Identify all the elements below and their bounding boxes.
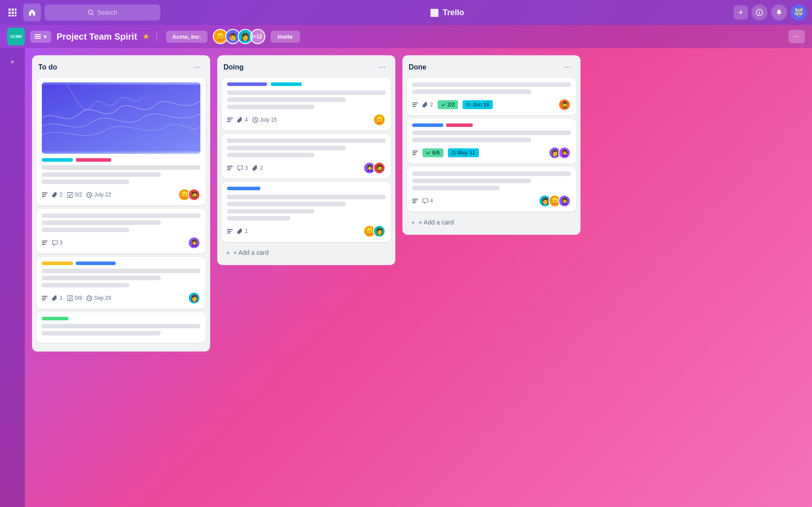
card-text-line — [42, 276, 161, 280]
attachments-count: 2 — [60, 192, 63, 198]
card-text-line — [227, 209, 314, 213]
card-tags — [42, 317, 200, 320]
top-nav: Search ▦ Trello + i 🐺 — [0, 0, 812, 25]
card-member-avatars: 👩 👩‍🦱 — [548, 147, 571, 159]
svg-rect-37 — [227, 229, 233, 230]
description-icon — [42, 192, 48, 198]
add-button[interactable]: + — [734, 5, 748, 20]
description-icon — [42, 295, 48, 301]
board-star-button[interactable]: ★ — [142, 32, 150, 41]
member-avatar: 🧔‍♂️ — [558, 98, 571, 111]
column-doing-header: Doing ··· — [222, 61, 391, 74]
svg-rect-25 — [42, 296, 48, 297]
comments-meta: 3 — [52, 240, 63, 246]
attachments-meta: 2 — [252, 165, 263, 171]
doing-add-card-button[interactable]: + + Add a card — [222, 245, 391, 260]
grid-icon[interactable] — [5, 5, 20, 20]
card-text-line — [42, 180, 129, 184]
card-text-line — [42, 269, 200, 273]
svg-rect-49 — [412, 200, 417, 201]
attachments-meta: 1 — [52, 295, 63, 301]
svg-rect-28 — [67, 296, 73, 301]
todo-card-2[interactable]: 3 👩‍🦱 — [37, 209, 206, 254]
board-header: ACME ▾ Project Team Spirit ★ Acme, Inc. … — [0, 25, 812, 48]
done-card-3[interactable]: 4 👩 👱 👩‍🦱 — [407, 167, 576, 212]
checklist-badge: 6/6 — [422, 148, 443, 157]
svg-rect-14 — [35, 36, 41, 37]
board-area: To do ··· — [25, 48, 812, 507]
todo-card-1[interactable]: 2 0/2 July 22 👱 🧔 — [37, 78, 206, 205]
svg-rect-30 — [227, 118, 233, 119]
todo-card-4[interactable] — [37, 312, 206, 343]
workspace-logo: ACME — [7, 28, 25, 45]
card-text-line — [42, 324, 200, 328]
card-cover-image — [42, 82, 200, 154]
card-member-avatars: 👩‍🦱 🧔 — [363, 162, 386, 174]
column-todo-header: To do ··· — [37, 61, 206, 74]
card-text-line — [412, 186, 499, 190]
card-text-line — [412, 172, 571, 176]
card-text-line — [227, 202, 346, 206]
done-card-2[interactable]: 6/6 May 31 👩 👩‍🦱 — [407, 119, 576, 164]
card-meta: 6/6 May 31 👩 👩‍🦱 — [412, 147, 571, 159]
description-icon — [227, 165, 233, 171]
svg-rect-15 — [35, 38, 41, 39]
card-text-line — [412, 179, 531, 183]
comments-count: 4 — [430, 198, 433, 204]
tag-blue — [412, 123, 443, 127]
checklist-meta: 0/8 — [67, 295, 82, 301]
member-avatar: 👩 — [373, 225, 386, 237]
attachments-count: 2 — [260, 165, 263, 171]
doing-card-1[interactable]: 4 July 15 👱 — [222, 78, 391, 131]
card-tags — [42, 158, 200, 162]
doing-card-3[interactable]: 1 👱 👩 — [222, 182, 391, 242]
sidebar-toggle[interactable]: » — [8, 55, 17, 68]
svg-rect-1 — [12, 8, 14, 11]
comments-count: 3 — [245, 165, 248, 171]
workspace-label: Acme, Inc. — [172, 33, 201, 40]
workspace-button[interactable]: Acme, Inc. — [166, 31, 207, 43]
card-text-line — [227, 216, 290, 221]
comments-meta: 4 — [422, 198, 433, 204]
progress-bar-blue — [227, 187, 260, 190]
board-menu-button[interactable]: ▾ — [30, 31, 51, 43]
user-avatar[interactable]: 🐺 — [791, 4, 807, 20]
card-text-line — [412, 90, 531, 94]
svg-rect-39 — [227, 233, 231, 233]
card-tags — [412, 123, 571, 127]
card-text-line — [42, 165, 200, 170]
member-avatar: 👩‍🦱 — [558, 147, 571, 159]
checklist-badge: 2/2 — [438, 100, 459, 109]
card-meta: 1 0/8 Sep 29 👩 — [42, 292, 200, 304]
todo-card-3[interactable]: 1 0/8 Sep 29 👩 — [37, 257, 206, 309]
home-button[interactable] — [23, 4, 41, 21]
done-add-card-button[interactable]: + + Add a card — [407, 215, 576, 229]
svg-rect-20 — [67, 192, 73, 197]
date-meta: July 22 — [86, 192, 111, 198]
done-card-1[interactable]: 2 2/2 Jun 16 🧔‍♂️ — [407, 78, 576, 115]
svg-rect-6 — [8, 15, 11, 16]
svg-rect-5 — [15, 12, 16, 14]
column-done-menu[interactable]: ··· — [560, 61, 574, 74]
column-doing: Doing ··· 4 — [217, 55, 395, 265]
notifications-button[interactable] — [771, 4, 787, 20]
checklist-meta: 0/2 — [67, 192, 82, 198]
add-card-label: + Add a card — [233, 249, 268, 256]
info-button[interactable]: i — [751, 4, 767, 20]
column-doing-menu[interactable]: ··· — [375, 61, 389, 74]
extra-members-count[interactable]: +12 — [250, 29, 265, 44]
invite-button[interactable]: Invite — [271, 31, 300, 43]
date-badge: May 31 — [448, 148, 479, 157]
member-avatar: 👩 — [188, 292, 200, 304]
column-done: Done ··· 2 2/2 — [402, 55, 581, 235]
main-area: » To do ··· — [0, 48, 812, 507]
card-member-avatars: 👩‍🦱 — [188, 237, 200, 249]
search-bar[interactable]: Search — [45, 4, 160, 20]
app-title: ▦ Trello — [164, 7, 730, 18]
svg-rect-44 — [412, 151, 418, 151]
doing-card-2[interactable]: 3 2 👩‍🦱 🧔 — [222, 134, 391, 179]
card-text-line — [42, 228, 129, 232]
column-todo-menu[interactable]: ··· — [190, 61, 204, 74]
board-more-button[interactable]: ··· — [788, 30, 805, 43]
attachments-count: 2 — [430, 102, 433, 108]
